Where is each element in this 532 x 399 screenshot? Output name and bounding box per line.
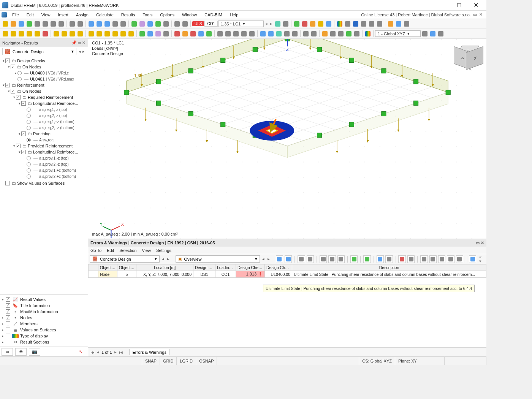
tool-gear-icon[interactable]	[138, 20, 146, 28]
caret-icon[interactable]: ▾	[12, 95, 16, 99]
ew-menu-goto[interactable]: Go To	[90, 248, 101, 253]
tool-mask-icon[interactable]	[282, 20, 290, 28]
minimize-button[interactable]: —	[434, 0, 451, 10]
tool-fx-icon[interactable]	[119, 20, 127, 28]
ew-menu-view[interactable]: View	[142, 248, 151, 253]
chk-sections[interactable]	[6, 340, 10, 344]
ew-icon-2[interactable]	[285, 255, 292, 263]
tree-r4[interactable]: a s,req,2,+z (bottom)	[39, 126, 74, 130]
ew-icon-b[interactable]	[429, 255, 437, 263]
tool-clip-icon[interactable]	[162, 20, 170, 28]
caret-icon[interactable]: ▾	[17, 150, 21, 154]
prev-lc-icon[interactable]: ◂	[264, 21, 269, 26]
t2-24[interactable]	[197, 30, 205, 38]
chk-reinf[interactable]	[5, 83, 10, 87]
opt-members[interactable]: Members	[20, 321, 38, 326]
ew-menu-set[interactable]: Settings	[156, 248, 171, 253]
tool-mirror-icon[interactable]	[376, 20, 383, 28]
tool-move-icon[interactable]	[352, 20, 359, 28]
hdr-objno[interactable]: Objects No.	[117, 264, 136, 271]
ew-icon-6[interactable]	[328, 255, 336, 263]
nf-camera-icon[interactable]: 📷	[29, 348, 40, 356]
tool-graph-icon[interactable]	[111, 20, 119, 28]
tool-overflow-icon[interactable]	[403, 20, 410, 28]
tool-table-icon[interactable]	[87, 20, 95, 28]
nav-module-dropdown[interactable]: 🧱 Concrete Design ▾	[2, 48, 76, 55]
tree-reinforcement[interactable]: Reinforcement	[17, 83, 44, 87]
tool-surfload-icon[interactable]	[309, 20, 317, 28]
ew-icon-10[interactable]	[398, 255, 405, 263]
t2-27[interactable]	[224, 30, 232, 38]
t2-9[interactable]	[68, 30, 76, 38]
status-osnap[interactable]: OSNAP	[196, 357, 217, 365]
caret-icon[interactable]: ▾	[7, 89, 11, 93]
ew-menu-edit[interactable]: Edit	[107, 248, 114, 253]
opt-sections[interactable]: Result Sections	[20, 340, 49, 344]
nav-restore-icon[interactable]: ▭	[78, 40, 81, 45]
tool-print-icon[interactable]	[49, 20, 57, 28]
tree-longreq[interactable]: Longitudinal Reinforce...	[33, 101, 78, 106]
tree-p3[interactable]: a s,prov,1,+z (bottom)	[39, 168, 76, 173]
menu-cadbim[interactable]: CAD-BIM	[201, 12, 226, 18]
hdr-objtype[interactable]: Object Type	[98, 264, 117, 271]
ew-icon-e[interactable]	[456, 255, 463, 263]
tool-filter-icon[interactable]	[274, 20, 282, 28]
tool-columns-icon[interactable]	[103, 20, 111, 28]
radio-ul0401[interactable]	[17, 77, 22, 81]
radio-p3[interactable]	[27, 168, 31, 173]
tool-globe-icon[interactable]	[395, 20, 402, 28]
tree-p1[interactable]: a s,prov,1,-z (top)	[39, 156, 69, 160]
t2-6[interactable]	[41, 30, 49, 38]
ew-icon-filter[interactable]	[377, 255, 384, 263]
tool-report-icon[interactable]	[57, 20, 65, 28]
opt-nodes[interactable]: Nodes	[20, 315, 32, 320]
tree-r2[interactable]: a s,req,2,-z (top)	[39, 114, 67, 118]
ew-prev-mod[interactable]: ◂	[161, 256, 165, 261]
radio-p4[interactable]	[27, 174, 31, 179]
tool-undo-icon[interactable]	[68, 20, 76, 28]
tree-longprov[interactable]: Longitudinal Reinforce...	[33, 150, 78, 154]
t2-13[interactable]	[103, 30, 111, 38]
nf-axes-icon[interactable]: ⤡	[75, 348, 86, 356]
close-button[interactable]: ✕	[467, 0, 484, 10]
caret-icon[interactable]: ▾	[12, 144, 16, 148]
t2-33[interactable]	[275, 30, 283, 38]
menu-insert[interactable]: Insert	[54, 12, 72, 18]
menu-calculate[interactable]: Calculate	[92, 12, 117, 18]
tool-support-icon[interactable]	[293, 20, 301, 28]
tree-p4[interactable]: a s,prov,2,+z (bottom)	[39, 174, 76, 179]
chk-maxmin[interactable]	[6, 309, 10, 314]
hdr-location[interactable]: Location [m]	[136, 264, 193, 271]
tree-ul0401[interactable]: UL0401 | VEd / VRd,max	[30, 77, 74, 81]
t2-25[interactable]	[205, 30, 213, 38]
t2-37[interactable]	[310, 30, 318, 38]
ew-next-ovr[interactable]: ▸	[267, 256, 271, 261]
menu-help[interactable]: Help	[226, 12, 242, 18]
t2-18[interactable]	[146, 30, 154, 38]
t2-11[interactable]	[87, 30, 95, 38]
t2-22[interactable]	[181, 30, 189, 38]
ew-close-icon[interactable]: ✕	[481, 241, 484, 245]
ew-icon-5[interactable]	[320, 255, 327, 263]
tree-punching[interactable]: Punching	[33, 131, 51, 136]
radio-r3[interactable]	[27, 120, 31, 124]
tool-grid-icon[interactable]	[95, 20, 103, 28]
tree-r1[interactable]: a s,req,1,-z (top)	[39, 108, 67, 112]
t2-38[interactable]	[321, 30, 329, 38]
t2-settings-icon[interactable]	[421, 30, 429, 38]
hdr-loading[interactable]: Loading No.	[215, 264, 236, 271]
t2-41[interactable]	[345, 30, 353, 38]
menu-options[interactable]: Options	[156, 12, 178, 18]
status-grid[interactable]: GRID	[160, 357, 177, 365]
caret-icon[interactable]: ▸	[14, 71, 17, 75]
nav-prev-icon[interactable]: ◂	[78, 49, 82, 54]
radio-ul0400[interactable]	[17, 71, 22, 75]
tool-calc-icon[interactable]	[146, 20, 154, 28]
radio-r1[interactable]	[27, 108, 31, 112]
ew-icon-1[interactable]	[276, 255, 283, 263]
t2-19[interactable]	[154, 30, 162, 38]
nav-next-icon[interactable]: ▸	[82, 49, 86, 54]
t2-box-icon[interactable]	[429, 30, 437, 38]
chk-onnodes2[interactable]	[11, 89, 15, 93]
radio-r2[interactable]	[27, 114, 31, 118]
